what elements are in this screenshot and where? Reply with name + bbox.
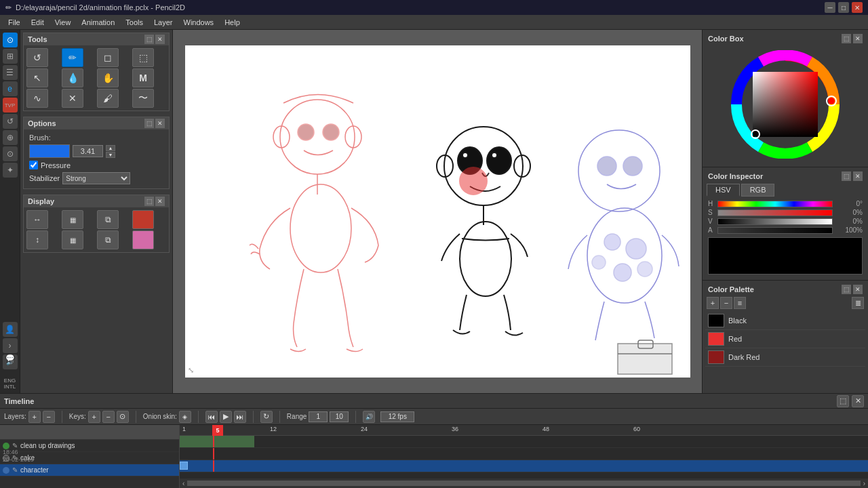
layer-vis-character[interactable] — [3, 467, 9, 474]
canvas-resize-handle[interactable]: ⤡ — [188, 366, 194, 375]
pressure-checkbox[interactable] — [29, 161, 38, 169]
tl-remove-key[interactable]: − — [102, 411, 115, 423]
chat-icon[interactable]: 💬 — [5, 354, 15, 363]
color-box-close[interactable]: ✕ — [853, 34, 863, 43]
tools-panel-close[interactable]: ✕ — [155, 35, 165, 44]
strip-grid[interactable]: ⊞ — [3, 49, 18, 64]
close-button[interactable]: ✕ — [852, 2, 863, 13]
tool-brush[interactable]: 🖌 — [97, 89, 119, 108]
menu-layer[interactable]: Layer — [149, 17, 178, 28]
tl-key-settings[interactable]: ⊙ — [117, 411, 129, 423]
tl-add-layer[interactable]: + — [28, 411, 41, 423]
cp-add-btn[interactable]: + — [707, 297, 719, 309]
display-color2[interactable] — [132, 230, 154, 249]
color-box-float[interactable]: ⬚ — [842, 34, 851, 43]
color-palette-float[interactable]: ⬚ — [842, 285, 851, 294]
strip-add[interactable]: ⊕ — [3, 130, 18, 145]
options-panel-float[interactable]: ⬚ — [144, 119, 154, 128]
brush-size-up[interactable]: ▲ — [106, 145, 115, 151]
menu-edit[interactable]: Edit — [26, 17, 50, 28]
strip-expand[interactable]: › — [3, 338, 18, 353]
display-panel-header[interactable]: Display ⬚ ✕ — [24, 195, 169, 207]
tools-panel-float[interactable]: ⬚ — [144, 35, 154, 44]
timeline-float[interactable]: ⬚ — [837, 395, 849, 407]
tool-rotate[interactable]: ↺ — [26, 48, 48, 67]
tool-hand[interactable]: ✋ — [97, 68, 119, 87]
display-grid2[interactable]: ⧉ — [97, 210, 119, 229]
menu-help[interactable]: Help — [219, 17, 245, 28]
tool-stroke[interactable]: 〜 — [132, 89, 154, 108]
tools-panel-header[interactable]: Tools ⬚ ✕ — [24, 33, 169, 45]
layer-row-character[interactable]: ✎ character — [0, 464, 179, 476]
timeline-scroll-left[interactable]: ‹ — [182, 480, 184, 487]
tool-cross[interactable]: ✕ — [62, 89, 83, 108]
strip-list[interactable]: ☰ — [3, 65, 18, 80]
stabilizer-select[interactable]: None Weak Strong — [62, 172, 130, 184]
ci-tab-hsv[interactable]: HSV — [707, 184, 740, 197]
brush-size-down[interactable]: ▼ — [106, 152, 115, 158]
display-flip-h[interactable]: ↔ — [26, 210, 48, 229]
character-keyframe[interactable] — [180, 462, 188, 470]
display-flip-v[interactable]: ↕ — [26, 230, 48, 249]
cleanup-frames[interactable] — [180, 436, 254, 447]
timeline-scroll-right[interactable]: › — [863, 480, 865, 487]
tl-sound[interactable]: 🔊 — [363, 411, 375, 423]
color-palette-close[interactable]: ✕ — [853, 285, 863, 294]
tl-range-end[interactable] — [330, 411, 349, 422]
frame-row-character[interactable] — [180, 460, 868, 472]
display-panel-float[interactable]: ⬚ — [144, 197, 154, 206]
tl-play[interactable]: ▶ — [220, 411, 232, 423]
palette-item-black[interactable]: Black — [705, 312, 865, 330]
tool-pointer[interactable]: ↖ — [26, 68, 48, 87]
ci-v-track[interactable] — [717, 218, 833, 225]
tl-fps-input[interactable] — [380, 411, 414, 422]
timeline-scroll-track[interactable] — [187, 481, 860, 486]
menu-tools[interactable]: Tools — [120, 17, 149, 28]
tl-go-start[interactable]: ⏮ — [205, 411, 218, 423]
ci-s-track[interactable] — [717, 209, 833, 216]
cp-remove-btn[interactable]: − — [720, 297, 732, 309]
ci-a-track[interactable] — [717, 227, 833, 234]
ci-tab-rgb[interactable]: RGB — [741, 184, 775, 197]
tool-select[interactable]: ⬚ — [132, 48, 154, 67]
color-wheel[interactable] — [731, 50, 840, 159]
tool-eyedropper[interactable]: 💧 — [62, 68, 83, 87]
minimize-button[interactable]: ─ — [825, 2, 835, 13]
color-inspector-float[interactable]: ⬚ — [842, 171, 851, 181]
display-panel-close[interactable]: ✕ — [155, 197, 165, 206]
display-layers[interactable]: ⧉ — [97, 230, 119, 249]
canvas-area[interactable]: ⤡ — [173, 30, 702, 393]
tool-eraser[interactable]: ◻ — [97, 48, 119, 67]
tool-curve[interactable]: ∿ — [26, 89, 48, 108]
strip-refresh[interactable]: ↺ — [3, 114, 18, 129]
timeline-close[interactable]: ✕ — [852, 395, 864, 407]
tl-remove-layer[interactable]: − — [43, 411, 55, 423]
tl-loop[interactable]: ↻ — [260, 411, 273, 423]
brush-size-input[interactable] — [73, 145, 103, 157]
tool-smudge[interactable]: M — [132, 68, 154, 87]
palette-item-darkred[interactable]: Dark Red — [705, 348, 865, 367]
tl-add-key[interactable]: + — [88, 411, 100, 423]
display-grid1[interactable]: ▦ — [62, 210, 83, 229]
options-panel-header[interactable]: Options ⬚ ✕ — [24, 117, 169, 129]
palette-item-red[interactable]: Red — [705, 330, 865, 348]
tl-range-start[interactable] — [309, 411, 328, 422]
strip-brush[interactable]: ✦ — [3, 163, 18, 178]
strip-home[interactable]: ⊙ — [3, 33, 18, 47]
maximize-button[interactable]: □ — [838, 2, 849, 13]
strip-ie[interactable]: e — [3, 81, 18, 96]
menu-windows[interactable]: Windows — [178, 17, 220, 28]
menu-view[interactable]: View — [50, 17, 77, 28]
strip-user[interactable]: 👤 — [3, 322, 18, 337]
options-panel-close[interactable]: ✕ — [155, 119, 165, 128]
tool-pencil[interactable]: ✏ — [62, 48, 83, 67]
tl-onion-toggle[interactable]: ◈ — [179, 411, 191, 423]
strip-target[interactable]: ⊙ — [3, 146, 18, 161]
display-onion1[interactable]: ▦ — [62, 230, 83, 249]
display-color1[interactable] — [132, 210, 154, 229]
menu-file[interactable]: File — [3, 17, 26, 28]
cp-menu-btn[interactable]: ≡ — [734, 297, 746, 309]
cp-sort-btn[interactable]: ≣ — [852, 297, 864, 309]
menu-animation[interactable]: Animation — [76, 17, 120, 28]
ci-h-track[interactable] — [717, 201, 833, 207]
